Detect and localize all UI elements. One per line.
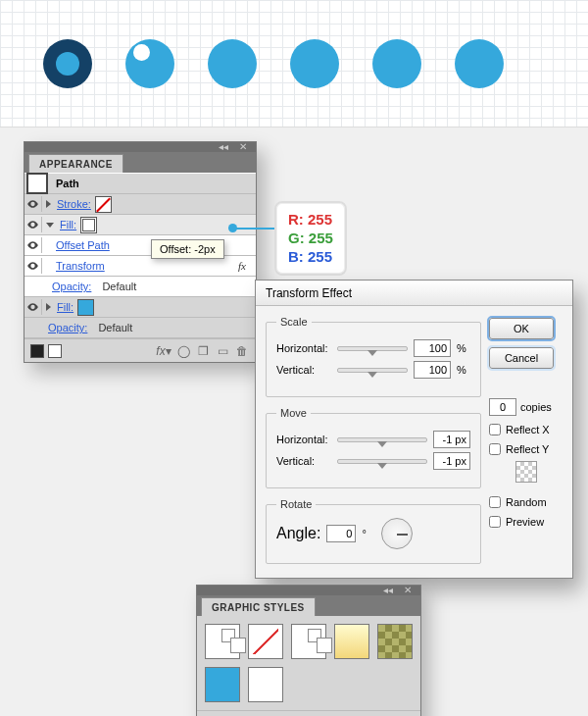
move-h-input[interactable] — [433, 431, 470, 448]
move-v-label: Vertical: — [276, 455, 331, 467]
scale-v-input[interactable] — [414, 361, 451, 379]
expand-icon[interactable] — [46, 303, 51, 311]
circle-plain[interactable] — [290, 39, 339, 88]
stroke-row[interactable]: Stroke: — [24, 194, 256, 215]
style-gold-gradient[interactable] — [334, 624, 369, 659]
reflect-x-check[interactable]: Reflect X — [489, 424, 563, 435]
style-white[interactable] — [248, 667, 283, 702]
ok-button[interactable]: OK — [489, 318, 554, 339]
random-checkbox[interactable] — [489, 496, 501, 508]
circle-donut[interactable] — [43, 39, 92, 88]
style-none[interactable] — [248, 624, 283, 659]
degree-unit: ° — [362, 528, 375, 539]
effect-transform[interactable]: Transform fx — [24, 256, 256, 277]
fill-row-1[interactable]: Fill: — [24, 215, 256, 235]
preview-checkbox[interactable] — [489, 516, 501, 528]
visibility-toggle-icon[interactable] — [26, 217, 42, 232]
flyout-menu-icon[interactable]: ◂◂ — [217, 143, 230, 152]
circle-highlight[interactable] — [125, 39, 174, 88]
circle-plain[interactable] — [455, 39, 504, 88]
scale-h-input[interactable] — [414, 339, 451, 357]
reflect-y-check[interactable]: Reflect Y — [489, 443, 563, 455]
cancel-button[interactable]: Cancel — [489, 347, 554, 369]
circle-plain[interactable] — [208, 39, 257, 88]
footer-swatch[interactable] — [48, 344, 62, 358]
rgb-readout: R: 255 G: 255 B: 255 — [274, 201, 347, 276]
opacity-row-2[interactable]: Opacity: Default — [24, 318, 256, 338]
percent-unit: % — [457, 364, 470, 376]
fill-swatch-white[interactable] — [80, 217, 97, 233]
stroke-swatch-none[interactable] — [95, 196, 112, 213]
path-label: Path — [56, 178, 79, 189]
dialog-titlebar[interactable]: Transform Effect — [256, 281, 572, 306]
visibility-toggle-icon[interactable] — [26, 196, 42, 212]
move-v-input[interactable] — [433, 452, 470, 470]
fill-row-2[interactable]: Fill: — [24, 297, 256, 318]
new-icon[interactable]: ▭ — [215, 343, 230, 359]
visibility-toggle-icon[interactable] — [26, 258, 42, 274]
reflect-x-checkbox[interactable] — [489, 424, 501, 435]
close-icon[interactable]: ✕ — [401, 587, 415, 595]
transform-effect-dialog: Transform Effect Scale Horizontal: % Ver… — [255, 280, 573, 579]
expand-icon[interactable] — [46, 200, 51, 208]
move-h-slider[interactable] — [337, 437, 427, 442]
transform-link[interactable]: Transform — [56, 260, 105, 272]
no-style-icon — [253, 629, 278, 654]
path-thumbnail-icon — [26, 173, 48, 194]
tab-appearance[interactable]: APPEARANCE — [28, 154, 123, 173]
circle-row — [0, 39, 588, 88]
scale-h-slider[interactable] — [337, 346, 408, 351]
opacity-value: Default — [102, 281, 136, 292]
opacity-label[interactable]: Opacity: — [48, 322, 87, 333]
style-icon — [308, 629, 321, 642]
g-value: 255 — [309, 230, 333, 246]
copies-input[interactable] — [489, 398, 516, 416]
r-value: 255 — [308, 211, 332, 228]
flyout-menu-icon[interactable]: ◂◂ — [381, 587, 395, 595]
scale-v-slider[interactable] — [337, 368, 408, 373]
duplicate-icon[interactable]: ❐ — [195, 343, 211, 359]
styles-footer: ⇋ ▭ 🗑 — [197, 710, 420, 716]
style-swatch[interactable] — [291, 624, 326, 659]
panel-tabs: APPEARANCE — [24, 152, 256, 173]
collapse-icon[interactable] — [46, 223, 54, 228]
g-label: G: — [288, 230, 305, 246]
style-camo[interactable] — [377, 624, 413, 659]
circle-plain[interactable] — [372, 39, 421, 88]
stroke-label[interactable]: Stroke: — [57, 198, 91, 210]
footer-swatch-active[interactable] — [30, 344, 44, 358]
style-blue[interactable] — [205, 667, 240, 702]
preview-check[interactable]: Preview — [489, 516, 563, 528]
offset-path-link[interactable]: Offset Path — [56, 239, 110, 251]
b-value: 255 — [308, 248, 332, 265]
angle-input[interactable] — [326, 525, 356, 542]
fill-label[interactable]: Fill: — [57, 301, 74, 313]
offset-tooltip: Offset: -2px — [151, 239, 224, 259]
b-label: B: — [288, 248, 304, 265]
panel-titlebar[interactable]: ◂◂ ✕ — [24, 142, 256, 152]
tab-graphic-styles[interactable]: GRAPHIC STYLES — [201, 597, 316, 616]
visibility-toggle-icon[interactable] — [26, 237, 42, 253]
clear-appearance-icon[interactable]: ◯ — [175, 343, 191, 359]
angle-dial[interactable] — [381, 518, 413, 549]
appearance-target-row[interactable]: Path — [24, 174, 256, 194]
scale-group: Scale Horizontal: % Vertical: % — [266, 316, 481, 397]
opacity-row-1[interactable]: Opacity: Default — [24, 277, 256, 297]
panel-tabs: GRAPHIC STYLES — [197, 595, 420, 616]
visibility-toggle-icon[interactable] — [26, 299, 42, 315]
random-check[interactable]: Random — [489, 496, 563, 508]
fill-label[interactable]: Fill: — [60, 219, 76, 230]
move-group: Move Horizontal: Vertical: — [266, 407, 481, 488]
style-default[interactable] — [205, 624, 240, 659]
fx-menu-icon[interactable]: fx▾ — [156, 343, 172, 359]
close-icon[interactable]: ✕ — [236, 143, 250, 152]
anchor-grid-icon[interactable] — [515, 461, 537, 483]
fill-swatch-blue[interactable] — [77, 299, 94, 316]
move-v-slider[interactable] — [337, 459, 427, 464]
reflect-y-checkbox[interactable] — [489, 443, 501, 455]
fx-icon: fx — [238, 260, 252, 272]
trash-icon[interactable]: 🗑 — [234, 343, 250, 359]
callout-dot-icon — [228, 224, 237, 232]
opacity-label[interactable]: Opacity: — [52, 281, 91, 292]
panel-titlebar[interactable]: ◂◂ ✕ — [197, 586, 420, 595]
